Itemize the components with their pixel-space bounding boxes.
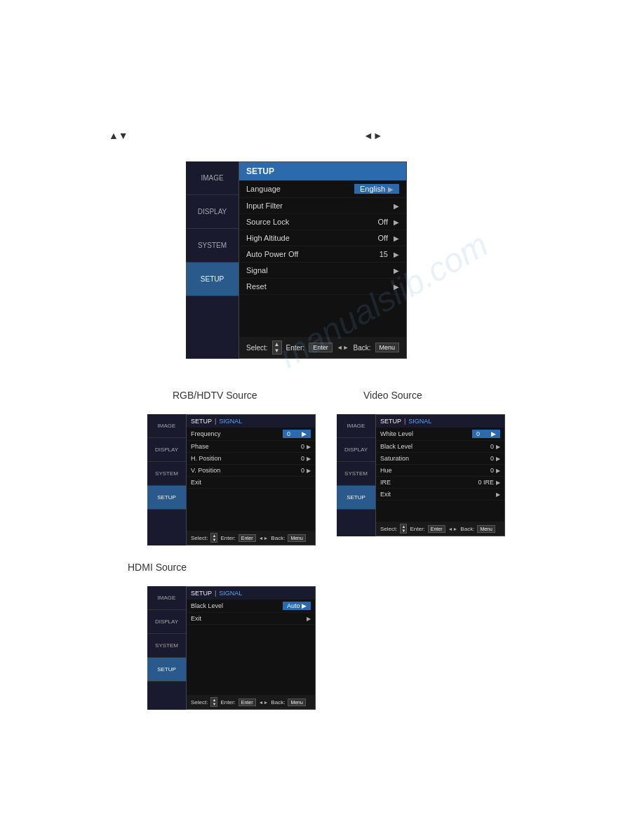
arrow-icon: ▶ (307, 444, 311, 450)
hdmi-item-exit[interactable]: Exit ▶ (187, 613, 315, 625)
menu-item-high-altitude[interactable]: High Altitude Off ▶ (239, 230, 406, 246)
video-sidebar-system[interactable]: SYSTEM (337, 462, 375, 486)
video-sidebar: IMAGE DISPLAY SYSTEM SETUP (337, 414, 375, 536)
rgb-item-exit[interactable]: Exit (187, 477, 315, 489)
rgb-section-title: RGB/HDTV Source (173, 390, 257, 401)
arrow-icon: ▶ (307, 616, 311, 622)
sidebar-item-image[interactable]: IMAGE (186, 161, 239, 195)
menu-item-auto-power-off-value: 15 (380, 250, 388, 258)
arrow-icon: ▶ (496, 456, 500, 462)
rgb-sidebar: IMAGE DISPLAY SYSTEM SETUP (147, 414, 186, 545)
hdmi-select-arrows: ▲▼ (210, 697, 217, 707)
sidebar-item-system[interactable]: SYSTEM (186, 229, 239, 263)
video-item-ire[interactable]: IRE 0 IRE ▶ (376, 477, 504, 489)
rgb-item-phase-value: 0 (301, 443, 304, 450)
video-section-title: Video Source (363, 390, 422, 401)
rgb-footer: Select: ▲▼ Enter: Enter ◄► Back: Menu (187, 531, 315, 545)
hdmi-sidebar-setup[interactable]: SETUP (147, 658, 186, 682)
rgb-back-btn[interactable]: Menu (288, 534, 306, 542)
menu-footer: Select: ▲▼ Enter: Enter ◄► Back: Menu (239, 337, 406, 358)
arrow-icon: ▶ (302, 602, 307, 609)
sidebar-item-display[interactable]: DISPLAY (186, 195, 239, 229)
video-sidebar-image[interactable]: IMAGE (337, 414, 375, 438)
arrow-icon: ▶ (394, 234, 399, 242)
video-sidebar-display[interactable]: DISPLAY (337, 438, 375, 462)
video-sidebar-setup[interactable]: SETUP (337, 486, 375, 510)
arrow-icon: ▶ (394, 251, 399, 258)
rgb-item-exit-label: Exit (191, 479, 201, 486)
video-enter-label: Enter: (410, 526, 424, 532)
video-item-hue[interactable]: Hue 0 ▶ (376, 465, 504, 477)
video-item-ire-label: IRE (380, 479, 391, 486)
menu-item-language-label: Language (246, 185, 281, 193)
menu-item-language[interactable]: Language English ▶ (239, 180, 406, 198)
arrow-icon: ▶ (307, 468, 311, 474)
menu-item-reset[interactable]: Reset ▶ (239, 279, 406, 295)
sidebar-item-setup[interactable]: SETUP (186, 263, 239, 296)
hdmi-sidebar-system[interactable]: SYSTEM (147, 634, 186, 658)
arrow-icon: ▶ (394, 202, 399, 210)
video-item-ire-value: 0 IRE (478, 479, 494, 486)
back-button[interactable]: Menu (375, 343, 400, 352)
arrow-icon: ▶ (496, 491, 500, 498)
rgb-sidebar-image[interactable]: IMAGE (147, 414, 186, 438)
video-item-exit[interactable]: Exit ▶ (376, 489, 504, 501)
back-label: Back: (354, 344, 371, 352)
arrow-icon: ▶ (496, 444, 500, 450)
video-item-black-level[interactable]: Black Level 0 ▶ (376, 441, 504, 453)
rgb-sidebar-display[interactable]: DISPLAY (147, 438, 186, 462)
menu-item-source-lock-value: Off (378, 218, 388, 226)
hdmi-menu-container: IMAGE DISPLAY SYSTEM SETUP SETUP | SIGNA… (147, 586, 316, 710)
rgb-item-frequency-label: Frequency (191, 430, 221, 437)
rgb-item-h-position[interactable]: H. Position 0 ▶ (187, 453, 315, 465)
menu-item-input-filter[interactable]: Input Filter ▶ (239, 198, 406, 214)
video-lr-icon: ◄► (448, 527, 458, 531)
rgb-sidebar-system[interactable]: SYSTEM (147, 462, 186, 486)
hdmi-sidebar: IMAGE DISPLAY SYSTEM SETUP (147, 586, 186, 710)
arrow-icon: ▶ (491, 430, 496, 437)
menu-item-signal-label: Signal (246, 266, 268, 274)
video-footer: Select: ▲▼ Enter: Enter ◄► Back: Menu (376, 522, 504, 536)
video-enter-btn[interactable]: Enter (428, 525, 445, 533)
video-menu-title: SETUP | SIGNAL (376, 415, 504, 428)
select-arrows-icon: ▲▼ (272, 340, 282, 355)
menu-item-reset-label: Reset (246, 282, 267, 291)
hdmi-sidebar-display[interactable]: DISPLAY (147, 610, 186, 634)
menu-item-signal[interactable]: Signal ▶ (239, 263, 406, 279)
video-item-black-level-label: Black Level (380, 443, 412, 450)
menu-item-auto-power-off[interactable]: Auto Power Off 15 ▶ (239, 246, 406, 263)
hdmi-enter-btn[interactable]: Enter (239, 699, 256, 706)
rgb-item-h-position-value: 0 (301, 455, 304, 462)
hdmi-menu-title: SETUP | SIGNAL (187, 587, 315, 600)
arrow-icon: ▶ (394, 283, 399, 291)
setup-menu-title: SETUP (239, 162, 406, 180)
arrow-icon: ▶ (307, 456, 311, 462)
hdmi-select-label: Select: (191, 699, 208, 706)
rgb-item-frequency-value: 0 ▶ (283, 430, 311, 438)
hdmi-back-btn[interactable]: Menu (288, 699, 306, 706)
rgb-enter-btn[interactable]: Enter (239, 534, 256, 542)
rgb-item-phase-label: Phase (191, 443, 209, 450)
hdmi-item-black-level-value: Auto ▶ (283, 602, 311, 610)
video-item-white-level[interactable]: White Level 0 ▶ (376, 428, 504, 441)
video-item-white-level-label: White Level (380, 430, 413, 437)
enter-button[interactable]: Enter (309, 343, 333, 352)
hdmi-item-black-level-label: Black Level (191, 602, 223, 609)
hdmi-footer: Select: ▲▼ Enter: Enter ◄► Back: Menu (187, 695, 315, 709)
hdmi-sidebar-image[interactable]: IMAGE (147, 586, 186, 610)
rgb-item-v-position-value: 0 (301, 467, 304, 474)
video-back-btn[interactable]: Menu (477, 525, 495, 533)
menu-item-source-lock[interactable]: Source Lock Off ▶ (239, 214, 406, 230)
video-item-saturation-value: 0 (490, 455, 494, 462)
rgb-menu-container: IMAGE DISPLAY SYSTEM SETUP SETUP | SIGNA… (147, 414, 316, 545)
arrow-icon: ▶ (394, 218, 399, 226)
video-item-exit-label: Exit (380, 491, 391, 498)
rgb-enter-label: Enter: (220, 535, 235, 541)
rgb-item-v-position[interactable]: V. Position 0 ▶ (187, 465, 315, 477)
menu-item-high-altitude-value: Off (378, 234, 388, 242)
hdmi-item-black-level[interactable]: Black Level Auto ▶ (187, 600, 315, 613)
rgb-item-phase[interactable]: Phase 0 ▶ (187, 441, 315, 453)
rgb-sidebar-setup[interactable]: SETUP (147, 486, 186, 510)
rgb-item-frequency[interactable]: Frequency 0 ▶ (187, 428, 315, 441)
video-item-saturation[interactable]: Saturation 0 ▶ (376, 453, 504, 465)
